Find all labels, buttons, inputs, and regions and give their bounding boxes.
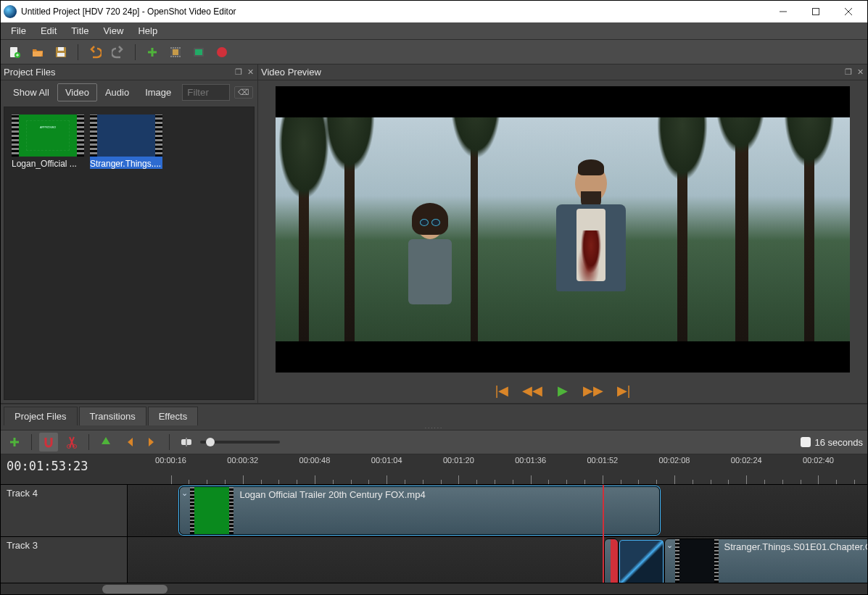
- timeline-clip[interactable]: ⌄ Stranger.Things.S01E01.Chapter.One.The…: [664, 538, 868, 583]
- timeline-transition[interactable]: [619, 540, 664, 583]
- toolbar-separator: [135, 44, 136, 60]
- project-files-label: Project Files: [4, 67, 56, 78]
- menubar: File Edit Title View Help: [1, 22, 867, 40]
- timeline-ruler[interactable]: 00:01:53:23 00:00:1600:00:3200:00:4800:0…: [1, 454, 867, 485]
- clip-image: APPROVED: [19, 115, 77, 157]
- video-preview-panel: Video Preview ❐ ✕ |◀: [258, 65, 867, 403]
- titlebar: Untitled Project [HDV 720 24p] - OpenSho…: [1, 1, 867, 22]
- clip-label: Stranger.Things....: [90, 157, 162, 169]
- bottom-tabs: Project Files Transitions Effects: [1, 404, 867, 425]
- timeline-clip-label: Logan Official Trailer 20th Century FOX.…: [233, 487, 659, 534]
- film-edge-icon: [90, 115, 97, 157]
- filter-tab-video[interactable]: Video: [57, 83, 97, 101]
- menu-file[interactable]: File: [4, 23, 33, 38]
- timecode: 00:01:53:23: [7, 459, 88, 473]
- svg-rect-4: [58, 47, 64, 51]
- main-toolbar: [1, 40, 867, 65]
- razor-button[interactable]: [62, 433, 81, 452]
- filter-tab-audio[interactable]: Audio: [97, 83, 137, 101]
- panel-close-icon[interactable]: ✕: [856, 68, 864, 77]
- rewind-button[interactable]: ◀◀: [524, 383, 540, 399]
- filter-tab-show-all[interactable]: Show All: [5, 83, 57, 101]
- tab-effects[interactable]: Effects: [148, 407, 199, 425]
- export-button[interactable]: [212, 43, 231, 62]
- project-files-panel: Project Files ❐ ✕ Show All Video Audio I…: [1, 65, 258, 403]
- video-preview-label: Video Preview: [261, 67, 321, 78]
- project-files-filter-row: Show All Video Audio Image ⌫: [1, 80, 257, 104]
- track-body[interactable]: ⌄ Logan Official Trailer 20th Century FO…: [128, 485, 867, 536]
- toolbar-separator: [78, 44, 78, 60]
- menu-title[interactable]: Title: [64, 23, 96, 38]
- project-clip[interactable]: Stranger.Things....: [90, 115, 162, 169]
- tab-project-files[interactable]: Project Files: [4, 407, 78, 425]
- track-body[interactable]: ⌄ Stranger.Things.S01E01.Chapter.One.The…: [128, 537, 867, 583]
- play-button[interactable]: ▶: [555, 383, 571, 399]
- redo-button[interactable]: [109, 43, 128, 62]
- open-project-button[interactable]: [28, 43, 47, 62]
- timeline-track: Track 4 ⌄ Logan Official Trailer 20th Ce…: [1, 485, 867, 537]
- preview-frame: [276, 117, 850, 341]
- menu-edit[interactable]: Edit: [33, 23, 64, 38]
- zoom-slider[interactable]: [200, 441, 280, 444]
- svg-rect-5: [57, 53, 65, 57]
- project-files-body[interactable]: APPROVED Logan_Official ... Stranger.Thi…: [4, 107, 255, 400]
- prev-marker-button[interactable]: [120, 433, 139, 452]
- next-marker-button[interactable]: [143, 433, 162, 452]
- track-header[interactable]: Track 3: [1, 537, 128, 583]
- panel-undock-icon[interactable]: ❐: [844, 68, 853, 77]
- film-edge-icon: [77, 115, 84, 157]
- svg-rect-14: [186, 438, 187, 446]
- zoom-scale-icon: [801, 437, 811, 447]
- jump-end-button[interactable]: ▶|: [616, 383, 632, 399]
- fast-forward-button[interactable]: ▶▶: [585, 383, 601, 399]
- snapping-button[interactable]: [39, 433, 58, 452]
- video-preview-title: Video Preview ❐ ✕: [258, 65, 867, 80]
- zoom-scale: 16 seconds: [801, 437, 864, 448]
- menu-help[interactable]: Help: [131, 23, 165, 38]
- clip-right-handle[interactable]: [611, 539, 618, 583]
- filter-tab-image[interactable]: Image: [137, 83, 179, 101]
- fullscreen-button[interactable]: [189, 43, 208, 62]
- center-playhead-button[interactable]: [177, 433, 196, 452]
- new-project-button[interactable]: [5, 43, 24, 62]
- track-name: Track 3: [7, 540, 38, 551]
- clip-image: [97, 115, 155, 157]
- timeline-clip[interactable]: ⌄ Logan Official Trailer 20th Century FO…: [179, 486, 660, 535]
- track-header[interactable]: Track 4: [1, 485, 128, 536]
- save-project-button[interactable]: [51, 43, 70, 62]
- timeline-clip-label: Stranger.Things.S01E01.Chapter.One.The.V…: [719, 539, 868, 583]
- undo-button[interactable]: [86, 43, 104, 62]
- add-marker-button[interactable]: [96, 433, 115, 452]
- add-track-button[interactable]: [5, 433, 24, 452]
- preview-canvas[interactable]: [276, 86, 850, 373]
- choose-profile-button[interactable]: [166, 43, 185, 62]
- clip-menu-icon[interactable]: ⌄: [666, 541, 675, 549]
- app-icon: [4, 5, 17, 18]
- timeline-clip-edge[interactable]: [604, 538, 619, 583]
- window-controls: [766, 1, 864, 22]
- scrollbar-thumb[interactable]: [102, 585, 168, 594]
- clip-thumbnail: [90, 115, 162, 157]
- horizontal-scrollbar[interactable]: [1, 583, 867, 594]
- svg-rect-0: [812, 9, 819, 15]
- filter-clear-icon[interactable]: ⌫: [234, 86, 253, 99]
- playhead[interactable]: [603, 485, 604, 583]
- track-name: Track 4: [7, 488, 38, 499]
- minimize-button[interactable]: [766, 1, 799, 22]
- clip-thumbnail: APPROVED: [12, 115, 84, 157]
- close-button[interactable]: [832, 1, 864, 22]
- film-edge-icon: [12, 115, 19, 157]
- maximize-button[interactable]: [799, 1, 832, 22]
- panel-close-icon[interactable]: ✕: [246, 68, 255, 77]
- project-clip[interactable]: APPROVED Logan_Official ...: [12, 115, 84, 169]
- svg-rect-7: [173, 49, 178, 55]
- filter-input[interactable]: [182, 84, 230, 101]
- jump-start-button[interactable]: |◀: [494, 383, 510, 399]
- panel-undock-icon[interactable]: ❐: [234, 68, 243, 77]
- tab-transitions[interactable]: Transitions: [79, 407, 146, 425]
- timeline-track: Track 3 ⌄ Stranger.Things.S01E01.Chapter…: [1, 537, 867, 583]
- import-files-button[interactable]: [143, 43, 162, 62]
- clip-menu-icon[interactable]: ⌄: [181, 488, 190, 497]
- svg-rect-9: [195, 49, 202, 55]
- menu-view[interactable]: View: [96, 23, 131, 38]
